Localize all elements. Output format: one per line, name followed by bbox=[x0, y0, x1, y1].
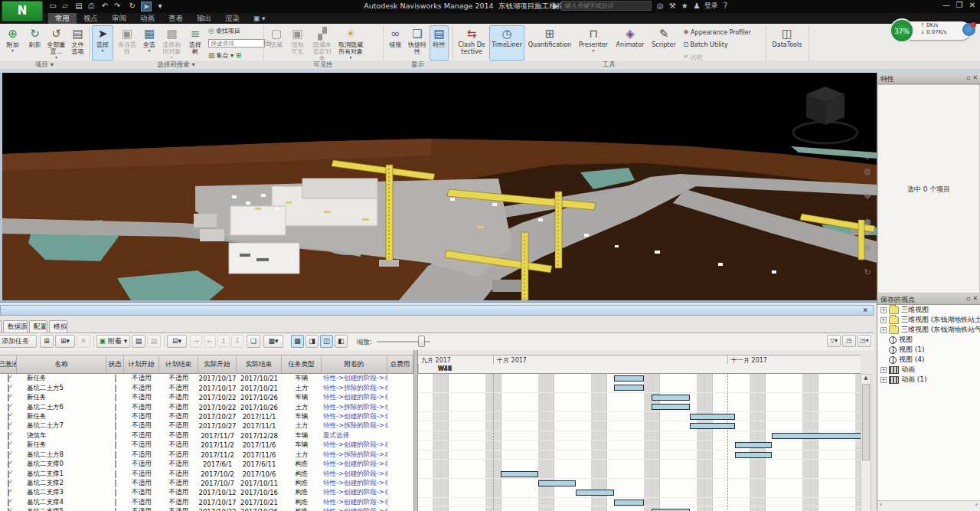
navigation-bar[interactable]: ✕ ◍ ✥ ● ◉ ↻ bbox=[861, 156, 874, 300]
select-button[interactable]: ➤选择▾ bbox=[92, 25, 113, 61]
attached-link[interactable]: 特性->创建的阶段->名... bbox=[322, 374, 387, 383]
properties-panel-title[interactable]: 特性 ▫ ✕ bbox=[877, 73, 980, 84]
attached-link[interactable]: 特性->创建的阶段->名... bbox=[322, 460, 387, 469]
task-row[interactable]: 基坑二土方6 不适用 不适用 2017/10/22 2017/10/26 土方 … bbox=[0, 402, 413, 411]
auto-add-tasks-icon[interactable]: ⊞▾ bbox=[55, 335, 75, 348]
select-all-button[interactable]: ▦全选▾ bbox=[140, 25, 158, 61]
close-icon[interactable]: ✕ bbox=[861, 156, 874, 162]
refresh-button[interactable]: ↻刷新 bbox=[25, 25, 44, 61]
attached-link[interactable]: 特性->创建的阶段->名... bbox=[322, 479, 387, 488]
gantt-bar[interactable] bbox=[538, 480, 576, 486]
task-row[interactable]: 基坑二支撑5 不适用 不适用 2017/10/22 2017/10/26 构造 … bbox=[0, 507, 413, 511]
viewpoint-tree-item[interactable]: + 视图 (4) bbox=[877, 355, 980, 365]
undo-icon[interactable]: ↶ bbox=[100, 2, 110, 10]
task-row[interactable]: 基坑二土方8 不适用 不适用 2017/11/2 2017/11/6 土方 特性… bbox=[0, 450, 413, 460]
ribbon-tab[interactable]: 常用 bbox=[48, 13, 77, 24]
attached-link[interactable]: 特性->拆除的阶段->名... bbox=[322, 421, 387, 431]
clash-detective-button[interactable]: ⇆Clash Detective bbox=[456, 25, 488, 61]
viewpoint-tree-item[interactable]: + 动画 (1) bbox=[877, 375, 980, 385]
gantt-bar[interactable] bbox=[614, 385, 644, 391]
quick-find-input[interactable] bbox=[208, 39, 265, 47]
links-button[interactable]: ∞链接 bbox=[386, 25, 405, 61]
close-icon[interactable]: ✕ bbox=[972, 295, 978, 302]
col-status[interactable]: 状态 bbox=[106, 355, 124, 373]
expand-icon[interactable]: + bbox=[880, 307, 887, 313]
attached-link[interactable]: 特性->创建的阶段->名... bbox=[322, 488, 387, 497]
reset-all-button[interactable]: ↺全部重置...▾ bbox=[45, 25, 67, 61]
active-checkbox[interactable] bbox=[8, 508, 9, 511]
expand-icon[interactable]: + bbox=[880, 317, 887, 323]
restore-button[interactable]: ❐ bbox=[953, 1, 965, 9]
ribbon-tab[interactable]: 渲染 bbox=[218, 13, 247, 24]
scripter-button[interactable]: ✎Scripter bbox=[648, 25, 679, 61]
scrollbar-thumb[interactable] bbox=[862, 384, 870, 460]
steering-wheel-icon[interactable]: ◍ bbox=[861, 166, 874, 176]
caret-down-icon[interactable]: ▾ bbox=[155, 2, 165, 10]
gantt-bar[interactable] bbox=[772, 433, 861, 439]
quantification-button[interactable]: ⊞Quantification bbox=[526, 25, 573, 61]
appearance-profiler-button[interactable]: ❖Appearance Profiler bbox=[683, 28, 751, 39]
pan-icon[interactable]: ✥ bbox=[861, 192, 874, 201]
viewport-3d[interactable]: ✕ ◍ ✥ ● ◉ ↻ bbox=[2, 73, 877, 300]
ribbon-tab[interactable]: 输出 bbox=[190, 13, 218, 24]
require-button[interactable]: ▣强制可见 bbox=[287, 25, 308, 61]
help-icon[interactable]: ? bbox=[724, 2, 727, 10]
look-icon[interactable]: ↻ bbox=[861, 267, 874, 277]
horizontal-scrollbar[interactable]: ‹ › bbox=[877, 500, 980, 511]
hide-unselected-button[interactable]: ▞隐藏未选定对象 bbox=[309, 25, 335, 61]
active-checkbox[interactable] bbox=[8, 404, 9, 411]
task-row[interactable]: 基坑二支撑2 不适用 不适用 2017/10/7 2017/10/11 构造 特… bbox=[0, 479, 413, 488]
export-icon[interactable]: ◳ bbox=[842, 335, 856, 347]
viewpoint-tree-item[interactable]: + 动画 bbox=[877, 365, 980, 375]
attached-link[interactable]: 特性->拆除的阶段->名... bbox=[322, 384, 387, 393]
filter-icon[interactable]: ▽▾ bbox=[827, 335, 841, 347]
viewpoint-tree-item[interactable]: + 三维视图 bbox=[877, 305, 980, 315]
pin-icon[interactable]: ▫ bbox=[966, 74, 970, 81]
close-button[interactable]: ✕ bbox=[966, 1, 978, 9]
scroll-right-icon[interactable]: › bbox=[975, 501, 978, 508]
selection-tree-button[interactable]: ≡选择树 bbox=[185, 25, 205, 61]
gantt-bar[interactable] bbox=[735, 442, 772, 448]
col-actual-end[interactable]: 实际结束 bbox=[237, 355, 282, 373]
task-row[interactable]: 基坑二支撑4 不适用 不适用 2017/10/17 2017/10/21 构造 … bbox=[0, 498, 413, 507]
zoom-icon[interactable]: ◉ bbox=[861, 242, 874, 252]
col-name[interactable]: 名称 bbox=[17, 355, 106, 373]
active-checkbox[interactable] bbox=[8, 480, 9, 487]
quick-properties-button[interactable]: ❏快捷特性 bbox=[407, 25, 428, 61]
saved-viewpoints-title[interactable]: 保存的视点 ▫ ✕ bbox=[877, 293, 980, 305]
col-total-cost[interactable]: 总费用 bbox=[387, 355, 413, 373]
timeliner-title-bar[interactable]: TimeLiner ✕ bbox=[0, 305, 874, 316]
ribbon-tab[interactable]: 审阅 bbox=[105, 13, 133, 24]
unhide-all-button[interactable]: ☀取消隐藏所有对象▾ bbox=[337, 25, 364, 61]
save-icon[interactable]: ▤ bbox=[74, 2, 84, 10]
task-row[interactable]: 新任务 不适用 不适用 2017/10/17 2017/10/21 车辆 特性-… bbox=[0, 374, 413, 383]
gantt-bar[interactable] bbox=[735, 452, 772, 458]
tab-configure[interactable]: 配置 bbox=[29, 320, 47, 332]
append-button[interactable]: ⊕附加▾ bbox=[2, 25, 24, 61]
star-icon[interactable]: ★ bbox=[681, 2, 688, 10]
attach-dropdown[interactable]: ▣ 附着 ▾ bbox=[96, 335, 130, 348]
datatools-button[interactable]: ◫DataTools bbox=[770, 25, 804, 61]
comment-icon[interactable]: ❏ bbox=[247, 335, 260, 348]
attached-link[interactable]: 特性->创建的阶段->名... bbox=[322, 393, 387, 402]
attached-link[interactable]: 特性->拆除的阶段->名... bbox=[322, 450, 387, 460]
find-items-button[interactable]: ◎查找项目 bbox=[208, 27, 240, 38]
minimize-button[interactable]: — bbox=[940, 1, 952, 9]
attached-link[interactable]: 特性->创建的阶段->名... bbox=[322, 441, 387, 450]
viewpoint-tree-item[interactable]: + 视图 bbox=[877, 335, 980, 345]
properties-button[interactable]: ▤特性 bbox=[430, 25, 449, 61]
zoom-slider-handle[interactable] bbox=[418, 336, 425, 347]
open-icon[interactable]: ▱ bbox=[60, 2, 70, 10]
task-row[interactable]: 基坑二支撑0 不适用 不适用 2017/6/1 2017/6/11 构造 特性-… bbox=[0, 460, 413, 469]
pin-icon[interactable]: ▫ bbox=[966, 295, 970, 302]
col-attached[interactable]: 附着的 bbox=[322, 355, 387, 373]
task-row[interactable]: 基坑二土方7 不适用 不适用 2017/10/27 2017/11/1 土方 特… bbox=[0, 421, 413, 431]
insert-task-icon[interactable]: ⊞ bbox=[40, 335, 54, 348]
viewpoint-tree-item[interactable]: + 视图 (1) bbox=[877, 345, 980, 355]
batch-utility-button[interactable]: ⊡Batch Utility bbox=[683, 41, 728, 51]
close-icon[interactable]: ✕ bbox=[972, 74, 978, 81]
ribbon-tab[interactable]: 视点 bbox=[77, 13, 105, 24]
scroll-left-icon[interactable]: ‹ bbox=[880, 501, 882, 508]
save-set-icon[interactable]: ⊞ bbox=[236, 51, 242, 59]
active-checkbox[interactable] bbox=[8, 413, 9, 421]
